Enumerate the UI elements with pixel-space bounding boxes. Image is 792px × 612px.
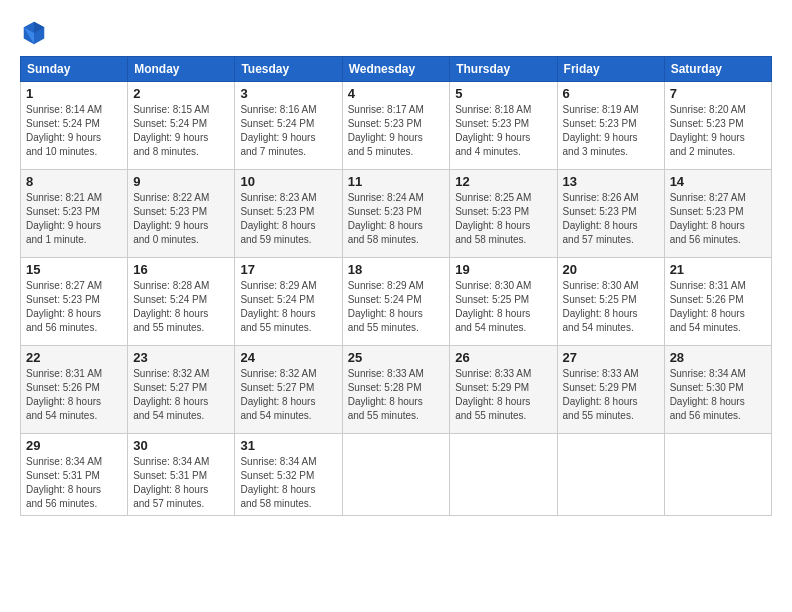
day-info: Sunrise: 8:34 AM Sunset: 5:31 PM Dayligh… (26, 455, 122, 511)
calendar-table: SundayMondayTuesdayWednesdayThursdayFrid… (20, 56, 772, 516)
day-info: Sunrise: 8:19 AM Sunset: 5:23 PM Dayligh… (563, 103, 659, 159)
calendar-cell: 31Sunrise: 8:34 AM Sunset: 5:32 PM Dayli… (235, 434, 342, 516)
col-header-monday: Monday (128, 57, 235, 82)
calendar-cell: 1Sunrise: 8:14 AM Sunset: 5:24 PM Daylig… (21, 82, 128, 170)
day-number: 20 (563, 262, 659, 277)
col-header-tuesday: Tuesday (235, 57, 342, 82)
calendar-cell: 3Sunrise: 8:16 AM Sunset: 5:24 PM Daylig… (235, 82, 342, 170)
day-info: Sunrise: 8:33 AM Sunset: 5:28 PM Dayligh… (348, 367, 445, 423)
day-number: 19 (455, 262, 551, 277)
logo-icon (20, 18, 48, 46)
calendar-cell: 24Sunrise: 8:32 AM Sunset: 5:27 PM Dayli… (235, 346, 342, 434)
calendar-cell: 2Sunrise: 8:15 AM Sunset: 5:24 PM Daylig… (128, 82, 235, 170)
day-info: Sunrise: 8:20 AM Sunset: 5:23 PM Dayligh… (670, 103, 766, 159)
day-info: Sunrise: 8:17 AM Sunset: 5:23 PM Dayligh… (348, 103, 445, 159)
day-info: Sunrise: 8:25 AM Sunset: 5:23 PM Dayligh… (455, 191, 551, 247)
page-container: SundayMondayTuesdayWednesdayThursdayFrid… (0, 0, 792, 526)
day-number: 28 (670, 350, 766, 365)
column-headers: SundayMondayTuesdayWednesdayThursdayFrid… (21, 57, 772, 82)
calendar-cell (450, 434, 557, 516)
calendar-cell: 27Sunrise: 8:33 AM Sunset: 5:29 PM Dayli… (557, 346, 664, 434)
day-number: 16 (133, 262, 229, 277)
calendar-cell: 18Sunrise: 8:29 AM Sunset: 5:24 PM Dayli… (342, 258, 450, 346)
day-number: 3 (240, 86, 336, 101)
day-info: Sunrise: 8:22 AM Sunset: 5:23 PM Dayligh… (133, 191, 229, 247)
day-number: 7 (670, 86, 766, 101)
day-info: Sunrise: 8:34 AM Sunset: 5:32 PM Dayligh… (240, 455, 336, 511)
day-number: 14 (670, 174, 766, 189)
calendar-cell (342, 434, 450, 516)
day-number: 22 (26, 350, 122, 365)
calendar-cell: 13Sunrise: 8:26 AM Sunset: 5:23 PM Dayli… (557, 170, 664, 258)
day-number: 8 (26, 174, 122, 189)
day-info: Sunrise: 8:34 AM Sunset: 5:30 PM Dayligh… (670, 367, 766, 423)
day-info: Sunrise: 8:16 AM Sunset: 5:24 PM Dayligh… (240, 103, 336, 159)
calendar-cell: 17Sunrise: 8:29 AM Sunset: 5:24 PM Dayli… (235, 258, 342, 346)
day-number: 12 (455, 174, 551, 189)
col-header-saturday: Saturday (664, 57, 771, 82)
day-number: 29 (26, 438, 122, 453)
calendar-cell: 19Sunrise: 8:30 AM Sunset: 5:25 PM Dayli… (450, 258, 557, 346)
calendar-cell: 25Sunrise: 8:33 AM Sunset: 5:28 PM Dayli… (342, 346, 450, 434)
calendar-cell (557, 434, 664, 516)
day-info: Sunrise: 8:28 AM Sunset: 5:24 PM Dayligh… (133, 279, 229, 335)
col-header-sunday: Sunday (21, 57, 128, 82)
calendar-cell: 10Sunrise: 8:23 AM Sunset: 5:23 PM Dayli… (235, 170, 342, 258)
day-number: 10 (240, 174, 336, 189)
day-number: 18 (348, 262, 445, 277)
calendar-cell: 6Sunrise: 8:19 AM Sunset: 5:23 PM Daylig… (557, 82, 664, 170)
day-number: 11 (348, 174, 445, 189)
day-info: Sunrise: 8:31 AM Sunset: 5:26 PM Dayligh… (670, 279, 766, 335)
calendar-cell: 14Sunrise: 8:27 AM Sunset: 5:23 PM Dayli… (664, 170, 771, 258)
day-info: Sunrise: 8:29 AM Sunset: 5:24 PM Dayligh… (348, 279, 445, 335)
calendar-cell: 23Sunrise: 8:32 AM Sunset: 5:27 PM Dayli… (128, 346, 235, 434)
day-info: Sunrise: 8:18 AM Sunset: 5:23 PM Dayligh… (455, 103, 551, 159)
calendar-cell: 8Sunrise: 8:21 AM Sunset: 5:23 PM Daylig… (21, 170, 128, 258)
day-number: 1 (26, 86, 122, 101)
day-number: 27 (563, 350, 659, 365)
day-number: 13 (563, 174, 659, 189)
logo (20, 18, 52, 46)
day-number: 25 (348, 350, 445, 365)
calendar-cell: 9Sunrise: 8:22 AM Sunset: 5:23 PM Daylig… (128, 170, 235, 258)
day-info: Sunrise: 8:34 AM Sunset: 5:31 PM Dayligh… (133, 455, 229, 511)
calendar-cell: 16Sunrise: 8:28 AM Sunset: 5:24 PM Dayli… (128, 258, 235, 346)
calendar-cell: 21Sunrise: 8:31 AM Sunset: 5:26 PM Dayli… (664, 258, 771, 346)
day-info: Sunrise: 8:30 AM Sunset: 5:25 PM Dayligh… (455, 279, 551, 335)
day-info: Sunrise: 8:32 AM Sunset: 5:27 PM Dayligh… (133, 367, 229, 423)
day-info: Sunrise: 8:27 AM Sunset: 5:23 PM Dayligh… (670, 191, 766, 247)
day-number: 24 (240, 350, 336, 365)
day-info: Sunrise: 8:21 AM Sunset: 5:23 PM Dayligh… (26, 191, 122, 247)
day-info: Sunrise: 8:14 AM Sunset: 5:24 PM Dayligh… (26, 103, 122, 159)
calendar-cell: 26Sunrise: 8:33 AM Sunset: 5:29 PM Dayli… (450, 346, 557, 434)
calendar-cell: 30Sunrise: 8:34 AM Sunset: 5:31 PM Dayli… (128, 434, 235, 516)
day-number: 21 (670, 262, 766, 277)
calendar-cell: 4Sunrise: 8:17 AM Sunset: 5:23 PM Daylig… (342, 82, 450, 170)
day-info: Sunrise: 8:23 AM Sunset: 5:23 PM Dayligh… (240, 191, 336, 247)
day-number: 2 (133, 86, 229, 101)
day-number: 17 (240, 262, 336, 277)
calendar-cell: 28Sunrise: 8:34 AM Sunset: 5:30 PM Dayli… (664, 346, 771, 434)
day-number: 23 (133, 350, 229, 365)
calendar-cell: 15Sunrise: 8:27 AM Sunset: 5:23 PM Dayli… (21, 258, 128, 346)
day-number: 30 (133, 438, 229, 453)
col-header-wednesday: Wednesday (342, 57, 450, 82)
day-number: 6 (563, 86, 659, 101)
header-row (20, 18, 772, 46)
calendar-cell: 12Sunrise: 8:25 AM Sunset: 5:23 PM Dayli… (450, 170, 557, 258)
calendar-cell: 22Sunrise: 8:31 AM Sunset: 5:26 PM Dayli… (21, 346, 128, 434)
day-number: 4 (348, 86, 445, 101)
day-info: Sunrise: 8:29 AM Sunset: 5:24 PM Dayligh… (240, 279, 336, 335)
calendar-cell: 20Sunrise: 8:30 AM Sunset: 5:25 PM Dayli… (557, 258, 664, 346)
day-info: Sunrise: 8:31 AM Sunset: 5:26 PM Dayligh… (26, 367, 122, 423)
col-header-friday: Friday (557, 57, 664, 82)
calendar-cell: 11Sunrise: 8:24 AM Sunset: 5:23 PM Dayli… (342, 170, 450, 258)
calendar-cell: 29Sunrise: 8:34 AM Sunset: 5:31 PM Dayli… (21, 434, 128, 516)
day-info: Sunrise: 8:24 AM Sunset: 5:23 PM Dayligh… (348, 191, 445, 247)
day-number: 15 (26, 262, 122, 277)
day-info: Sunrise: 8:27 AM Sunset: 5:23 PM Dayligh… (26, 279, 122, 335)
calendar-cell: 7Sunrise: 8:20 AM Sunset: 5:23 PM Daylig… (664, 82, 771, 170)
day-number: 5 (455, 86, 551, 101)
day-info: Sunrise: 8:15 AM Sunset: 5:24 PM Dayligh… (133, 103, 229, 159)
day-info: Sunrise: 8:32 AM Sunset: 5:27 PM Dayligh… (240, 367, 336, 423)
